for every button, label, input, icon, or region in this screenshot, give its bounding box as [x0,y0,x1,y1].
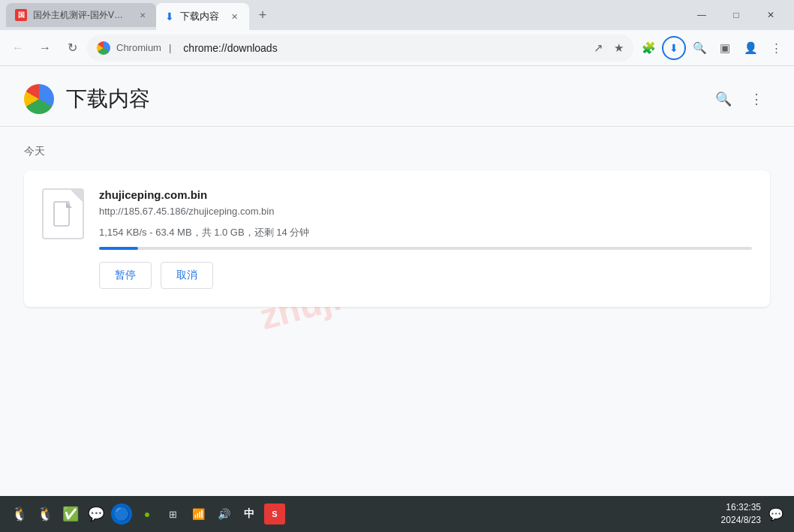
download-info: zhujiceping.com.bin http://185.67.45.186… [99,188,752,289]
download-progress-text: 1,154 KB/s - 63.4 MB，共 1.0 GB，还剩 14 分钟 [99,226,752,239]
taskbar-clock[interactable]: 16:32:35 2024/8/23 [721,501,761,527]
download-filename: zhujiceping.com.bin [99,188,752,201]
chromium-logo-icon [24,84,54,114]
sidebar-icon[interactable]: ▣ [713,36,737,60]
tab-inactive-label: 国外主机测评-国外VPS、国... [33,9,128,22]
page-body: 今天 zhujiceping.com.bin http://185.67.45.… [0,127,794,496]
progress-bar-fill [99,247,138,250]
taskbar-icon-volume[interactable]: 🔊 [213,503,234,524]
taskbar-icon-wifi[interactable]: 📶 [188,503,209,524]
page-more-button[interactable]: ⋮ [743,86,770,113]
section-date-label: 今天 [24,145,770,158]
file-icon [42,188,84,239]
browser-name-label: Chromium [116,42,161,53]
share-icon[interactable]: ↗ [594,41,603,55]
forward-button[interactable]: → [33,36,57,60]
taskbar-icon-check[interactable]: ✅ [60,503,81,524]
extensions-icon[interactable]: 🧩 [636,36,660,60]
progress-bar-container [99,247,752,250]
page-area: zhujiceping.com 下载内容 🔍 ⋮ 今天 [0,66,794,496]
browser-logo-icon [97,41,110,55]
taskbar-icon-ime[interactable]: 中 [239,503,260,524]
bookmark-icon[interactable]: ★ [614,41,624,55]
back-button[interactable]: ← [6,36,30,60]
profile-icon[interactable]: 👤 [738,36,762,60]
toolbar-actions: 🧩 ⬇ 🔍 ▣ 👤 ⋮ [636,36,788,60]
titlebar: 国 国外主机测评-国外VPS、国... ✕ ⬇ 下载内容 ✕ + — □ ✕ [0,0,794,30]
tab-inactive[interactable]: 国 国外主机测评-国外VPS、国... ✕ [6,3,156,27]
search-icon[interactable]: 🔍 [687,36,711,60]
taskbar-right: 16:32:35 2024/8/23 💬 [721,501,785,527]
taskbar-icon-wps[interactable]: S [264,503,285,524]
minimize-button[interactable]: — [684,0,719,30]
window-controls: — □ ✕ [684,0,788,30]
taskbar-icon-bluetooth[interactable]: 🔵 [111,503,132,524]
taskbar-icon-penguin2[interactable]: 🐧 [35,503,56,524]
menu-icon[interactable]: ⋮ [764,36,788,60]
page-header: 下载内容 🔍 ⋮ [0,66,794,127]
header-actions: 🔍 ⋮ [710,86,770,113]
tab-active-favicon: ⬇ [165,11,174,23]
pause-button[interactable]: 暂停 [99,262,152,289]
taskbar-date-display: 2024/8/23 [721,514,761,527]
taskbar-icon-monitor[interactable]: ⊞ [162,503,183,524]
close-button[interactable]: ✕ [753,0,788,30]
tab-inactive-close[interactable]: ✕ [137,9,147,21]
tab-active-label: 下载内容 [180,10,219,23]
tab-active[interactable]: ⬇ 下载内容 ✕ [156,3,249,30]
address-text: chrome://downloads [183,42,588,54]
maximize-button[interactable]: □ [719,0,753,30]
taskbar-icon-chat[interactable]: 💬 [86,503,107,524]
page-content: 下载内容 🔍 ⋮ 今天 zhujiceping.com.bin http [0,66,794,496]
reload-button[interactable]: ↻ [60,36,84,60]
taskbar-icon-nvidia[interactable]: ● [137,503,158,524]
page-title: 下载内容 [66,85,150,113]
taskbar-icon-penguin1[interactable]: 🐧 [9,503,30,524]
new-tab-button[interactable]: + [252,5,273,26]
download-progress-icon[interactable]: ⬇ [662,36,686,60]
download-card: zhujiceping.com.bin http://185.67.45.186… [24,170,770,307]
page-search-button[interactable]: 🔍 [710,86,737,113]
cancel-button[interactable]: 取消 [161,262,213,289]
download-actions: 暂停 取消 [99,262,752,289]
tab-active-close[interactable]: ✕ [228,11,240,23]
tab-inactive-favicon: 国 [15,9,27,21]
taskbar-time-display: 16:32:35 [721,501,761,514]
taskbar-notification-button[interactable]: 💬 [767,505,785,523]
address-bar[interactable]: Chromium | chrome://downloads ↗ ★ [87,35,633,62]
taskbar: 🐧 🐧 ✅ 💬 🔵 ● ⊞ 📶 🔊 中 S 16:32:35 2024/8/23… [0,496,794,532]
toolbar: ← → ↻ Chromium | chrome://downloads ↗ ★ … [0,30,794,66]
download-url: http://185.67.45.186/zhujiceping.com.bin [99,206,752,217]
address-separator: | [169,42,171,53]
